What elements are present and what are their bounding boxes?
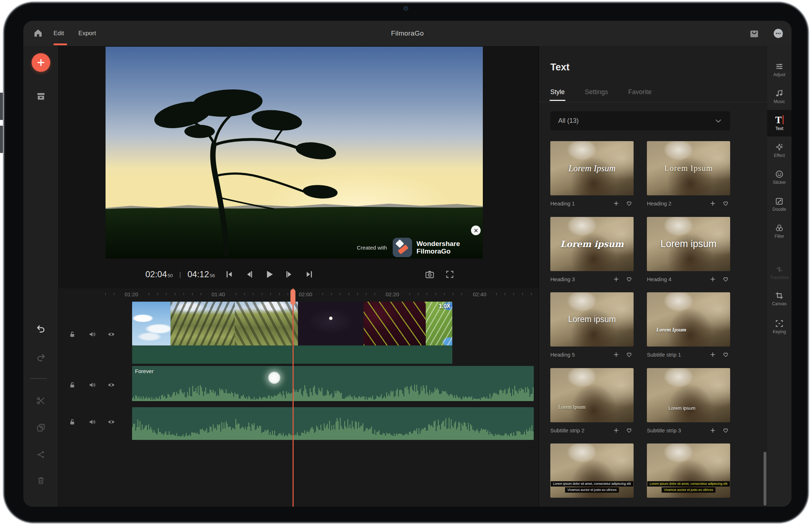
next-frame-button[interactable] xyxy=(284,267,295,282)
track3-visibility-icon[interactable] xyxy=(106,417,117,427)
track1-lock-icon[interactable] xyxy=(67,329,78,340)
top-bar: FilmoraGo EditExport xyxy=(23,21,792,46)
rail-item-filter[interactable]: Filter xyxy=(767,218,792,244)
previous-frame-button[interactable] xyxy=(244,267,255,282)
style-thumb-subtitle-strip-2[interactable]: Lorem Ipsum xyxy=(550,368,634,422)
favorite-style-button[interactable] xyxy=(624,274,634,284)
capture-buttons xyxy=(424,268,456,281)
favorite-style-button[interactable] xyxy=(624,350,634,359)
redo-button[interactable] xyxy=(23,348,59,368)
undo-button[interactable] xyxy=(23,319,59,339)
skip-to-end-button[interactable] xyxy=(304,267,315,282)
delete-button[interactable] xyxy=(23,470,59,491)
track2-lock-icon[interactable] xyxy=(67,380,78,390)
store-icon[interactable] xyxy=(748,28,760,39)
playhead-handle[interactable] xyxy=(290,289,295,305)
ruler-tick xyxy=(192,293,193,295)
favorite-style-button[interactable] xyxy=(624,426,634,435)
favorite-style-button[interactable] xyxy=(721,426,730,435)
rail-label: Keying xyxy=(773,329,786,334)
track3-mute-icon[interactable] xyxy=(87,417,98,427)
style-thumb-heading-1[interactable]: Lorem Ipsum xyxy=(550,141,634,195)
add-style-button[interactable] xyxy=(708,350,717,359)
video-clip-track[interactable]: 1.0X xyxy=(132,302,452,345)
rail-item-keying[interactable]: Keying xyxy=(767,313,792,340)
rail-item-effect[interactable]: Effect xyxy=(767,137,792,163)
tab-divider xyxy=(539,102,767,102)
text-style-sample: Lorem Ipsum xyxy=(558,404,585,410)
video-clip-audio-strip[interactable] xyxy=(132,345,452,364)
favorite-style-button[interactable] xyxy=(721,199,730,208)
ruler-tick xyxy=(513,293,514,295)
menu-item-edit[interactable]: Edit xyxy=(53,21,64,46)
style-thumb-subtitle-strip-3[interactable]: Lorem ipsum xyxy=(647,368,730,422)
style-thumb-subtitle-strip-1[interactable]: Lorem Ipsum xyxy=(647,292,730,347)
share-button[interactable] xyxy=(23,445,59,465)
home-button[interactable] xyxy=(33,28,44,39)
redo-icon xyxy=(36,353,46,363)
add-style-button[interactable] xyxy=(708,274,717,284)
beat-marker-dot[interactable] xyxy=(268,372,280,384)
caption-line: Vivamus auctor et justo eu ultrices xyxy=(565,487,619,493)
preview-video[interactable]: Created with Wondershare FilmoraGo xyxy=(106,47,483,259)
rail-item-sticker[interactable]: Sticker xyxy=(767,164,792,190)
tab-style[interactable]: Style xyxy=(550,88,565,101)
doodle-icon xyxy=(775,196,784,206)
playhead-line[interactable] xyxy=(293,288,294,507)
play-button[interactable] xyxy=(264,267,275,282)
app-title: FilmoraGo xyxy=(23,21,792,46)
add-style-button[interactable] xyxy=(708,199,717,208)
menu-item-export[interactable]: Export xyxy=(78,21,96,46)
panel-scrollbar[interactable] xyxy=(764,452,766,506)
media-library-button[interactable] xyxy=(23,86,59,106)
rail-item-canvas[interactable]: Canvas xyxy=(767,285,792,312)
split-button[interactable] xyxy=(23,391,59,411)
rail-item-music[interactable]: Music xyxy=(767,83,792,110)
tab-favorite[interactable]: Favorite xyxy=(628,88,652,101)
style-thumb-heading-5[interactable]: Lorem ipsum xyxy=(550,292,634,347)
favorite-style-button[interactable] xyxy=(721,350,730,359)
favorite-style-button[interactable] xyxy=(721,274,730,284)
rail-item-text[interactable]: TText xyxy=(767,110,792,136)
skip-to-start-button[interactable] xyxy=(224,267,234,282)
add-style-button[interactable] xyxy=(708,426,717,435)
canvas-icon xyxy=(775,291,784,300)
tab-settings[interactable]: Settings xyxy=(585,88,608,101)
add-style-button[interactable] xyxy=(611,199,621,208)
text-icon: T xyxy=(775,115,783,125)
track3-lock-icon[interactable] xyxy=(67,417,78,427)
track1-visibility-icon[interactable] xyxy=(106,329,117,340)
snapshot-button[interactable] xyxy=(424,268,435,281)
fullscreen-button[interactable] xyxy=(444,268,456,281)
favorite-style-button[interactable] xyxy=(624,199,634,208)
watermark-close-button[interactable] xyxy=(471,226,481,235)
style-label-row: Heading 1 xyxy=(550,195,634,211)
add-media-button[interactable] xyxy=(23,52,59,73)
add-style-button[interactable] xyxy=(611,426,621,435)
play-icon xyxy=(264,269,275,280)
track2-visibility-icon[interactable] xyxy=(106,380,117,390)
ruler-tick xyxy=(262,293,262,295)
duplicate-button[interactable] xyxy=(23,418,59,438)
main-menu: EditExport xyxy=(53,21,96,46)
music-clip[interactable]: Forever xyxy=(132,366,534,401)
track2-mute-icon[interactable] xyxy=(87,380,98,390)
ruler-tick xyxy=(461,293,462,295)
style-name: Heading 2 xyxy=(647,200,708,206)
style-thumb-heading-4[interactable]: Lorem ipsum xyxy=(647,217,730,271)
rail-item-doodle[interactable]: Doodle xyxy=(767,191,792,217)
audio-clip[interactable] xyxy=(132,407,534,440)
add-style-button[interactable] xyxy=(611,350,621,359)
style-thumb-heading-3[interactable]: Lorem ipsum xyxy=(550,217,634,271)
ruler-tick xyxy=(235,293,236,295)
rail-item-adjust[interactable]: Adjust xyxy=(767,56,792,83)
skip-start-icon xyxy=(224,270,234,279)
style-thumb-heading-2[interactable]: Lorem Ipsum xyxy=(647,141,730,195)
style-thumb-subtitle-caption-2[interactable]: Lorem ipsum dolor sit amet, consectetur … xyxy=(647,443,730,498)
category-dropdown[interactable]: All (13) xyxy=(550,111,730,130)
front-camera xyxy=(403,6,408,11)
track1-mute-icon[interactable] xyxy=(87,329,98,340)
style-thumb-subtitle-caption-1[interactable]: Lorem ipsum dolor sit amet, consectetur … xyxy=(550,443,634,498)
add-style-button[interactable] xyxy=(611,274,621,284)
feedback-icon[interactable] xyxy=(772,27,784,40)
